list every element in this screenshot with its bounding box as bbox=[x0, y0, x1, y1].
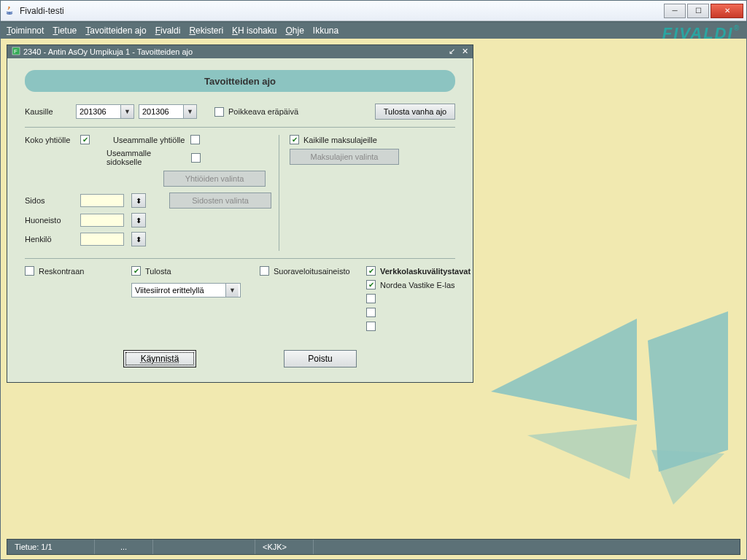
extra-checkbox-3[interactable] bbox=[366, 322, 376, 331]
minimize-button[interactable]: ─ bbox=[664, 4, 686, 18]
inner-close-icon[interactable]: ✕ bbox=[460, 46, 470, 56]
svg-marker-0 bbox=[491, 319, 637, 421]
menu-kh-isohaku[interactable]: KH isohaku bbox=[232, 26, 276, 36]
kaikille-maksulajeille-checkbox[interactable] bbox=[290, 135, 299, 144]
svg-marker-2 bbox=[527, 424, 637, 479]
viitesiirrot-input[interactable] bbox=[132, 284, 225, 297]
chevron-down-icon[interactable]: ▼ bbox=[225, 284, 239, 297]
menu-ikkuna[interactable]: Ikkuna bbox=[313, 26, 338, 36]
close-button[interactable]: ✕ bbox=[711, 4, 743, 18]
kausi-from-select[interactable]: ▼ bbox=[76, 104, 134, 119]
useammalle-yhtiolle-label: Useammalle yhtiölle bbox=[113, 136, 186, 144]
kausi-from-input[interactable] bbox=[77, 105, 120, 118]
useammalle-sidokselle-label: Useammalle sidokselle bbox=[107, 149, 187, 166]
svg-marker-3 bbox=[651, 450, 724, 505]
yhtioiden-valinta-button[interactable]: Yhtiöiden valinta bbox=[163, 171, 266, 187]
menu-ohje[interactable]: Ohje bbox=[285, 26, 303, 36]
menu-tavoitteiden-ajo[interactable]: Tavoitteiden ajo bbox=[85, 26, 146, 36]
tulosta-label: Tulosta bbox=[145, 267, 171, 276]
extra-checkbox-1[interactable] bbox=[366, 294, 376, 303]
sidos-input[interactable] bbox=[80, 194, 124, 207]
inner-minimize-icon[interactable]: ↙ bbox=[446, 46, 457, 56]
suoraveloitus-label: Suoraveloitusaineisto bbox=[274, 267, 350, 276]
kaikille-maksulajeille-label: Kaikille maksulajeille bbox=[303, 136, 377, 144]
status-dots: ... bbox=[95, 540, 153, 554]
nordea-checkbox[interactable] bbox=[366, 280, 376, 289]
kausi-to-select[interactable]: ▼ bbox=[139, 104, 197, 119]
menubar: Toiminnot Tietue Tavoitteiden ajo Fivald… bbox=[1, 23, 746, 39]
svg-marker-1 bbox=[648, 311, 728, 472]
sidos-step-button[interactable]: ⬍ bbox=[131, 193, 146, 208]
poistu-button[interactable]: Poistu bbox=[284, 350, 357, 368]
app-body: Toiminnot Tietue Tavoitteiden ajo Fivald… bbox=[1, 21, 746, 559]
suoraveloitus-checkbox[interactable] bbox=[260, 266, 269, 276]
status-empty-2 bbox=[314, 540, 740, 554]
inner-titlebar: F 2340 - Antin AsOy Umpikuja 1 - Tavoitt… bbox=[7, 45, 473, 58]
huoneisto-label: Huoneisto bbox=[25, 216, 76, 225]
reskontraan-checkbox[interactable] bbox=[25, 266, 34, 276]
java-icon bbox=[4, 5, 15, 17]
huoneisto-step-button[interactable]: ⬍ bbox=[131, 213, 146, 228]
content-area: F 2340 - Antin AsOy Umpikuja 1 - Tavoitt… bbox=[1, 39, 746, 559]
henkilo-label: Henkilö bbox=[25, 235, 76, 244]
butterfly-decoration bbox=[484, 297, 732, 516]
kaynnista-button[interactable]: Käynnistä bbox=[123, 350, 196, 368]
kausille-label: Kausille bbox=[25, 107, 71, 116]
inner-app-icon: F bbox=[12, 47, 20, 57]
koko-yhtiolle-label: Koko yhtiölle bbox=[25, 136, 76, 144]
chevron-down-icon[interactable]: ▼ bbox=[120, 105, 133, 118]
status-tietue: Tietue: 1/1 bbox=[7, 540, 95, 554]
chevron-down-icon[interactable]: ▼ bbox=[183, 105, 196, 118]
nordea-label: Nordea Vastike E-las bbox=[380, 281, 455, 289]
app-window: Fivaldi-testi ─ ☐ ✕ Toiminnot Tietue Tav… bbox=[0, 0, 747, 560]
extra-checkbox-2[interactable] bbox=[366, 308, 376, 317]
window-title: Fivaldi-testi bbox=[20, 6, 664, 16]
tulosta-checkbox[interactable] bbox=[131, 266, 141, 276]
menu-rekisteri[interactable]: Rekisteri bbox=[189, 26, 223, 36]
sidos-label: Sidos bbox=[25, 196, 76, 205]
viitesiirrot-select[interactable]: ▼ bbox=[131, 283, 241, 298]
inner-window-title: 2340 - Antin AsOy Umpikuja 1 - Tavoittei… bbox=[23, 47, 193, 56]
menu-tietue[interactable]: Tietue bbox=[53, 26, 77, 36]
maksulajien-valinta-button[interactable]: Maksulajien valinta bbox=[290, 149, 399, 165]
verkkolasku-checkbox[interactable] bbox=[366, 266, 376, 276]
statusbar: Tietue: 1/1 ... <KJK> bbox=[7, 539, 740, 555]
useammalle-yhtiolle-checkbox[interactable] bbox=[190, 135, 200, 144]
kausi-to-input[interactable] bbox=[139, 105, 183, 118]
maximize-button[interactable]: ☐ bbox=[687, 4, 709, 18]
verkkolasku-label: Verkkolaskuvälitystavat bbox=[380, 267, 471, 276]
henkilo-step-button[interactable]: ⬍ bbox=[131, 232, 146, 246]
useammalle-sidokselle-checkbox[interactable] bbox=[191, 153, 201, 163]
menu-toiminnot[interactable]: Toiminnot bbox=[7, 26, 44, 36]
titlebar: Fivaldi-testi ─ ☐ ✕ bbox=[1, 1, 746, 21]
dialog-heading: Tavoitteiden ajo bbox=[25, 70, 455, 92]
henkilo-input[interactable] bbox=[80, 233, 124, 246]
reskontraan-label: Reskontraan bbox=[39, 267, 84, 276]
status-kjk: <KJK> bbox=[255, 540, 314, 554]
poikkeava-label: Poikkeava eräpäivä bbox=[228, 107, 298, 116]
menu-fivaldi[interactable]: Fivaldi bbox=[155, 26, 181, 36]
sidosten-valinta-button[interactable]: Sidosten valinta bbox=[169, 192, 271, 209]
koko-yhtiolle-checkbox[interactable] bbox=[80, 135, 90, 144]
huoneisto-input[interactable] bbox=[80, 214, 124, 227]
poikkeava-checkbox[interactable] bbox=[214, 107, 224, 117]
status-empty-1 bbox=[153, 540, 255, 554]
tulosta-vanha-button[interactable]: Tulosta vanha ajo bbox=[375, 104, 455, 120]
svg-text:F: F bbox=[14, 48, 18, 55]
inner-window: F 2340 - Antin AsOy Umpikuja 1 - Tavoitt… bbox=[7, 44, 473, 383]
